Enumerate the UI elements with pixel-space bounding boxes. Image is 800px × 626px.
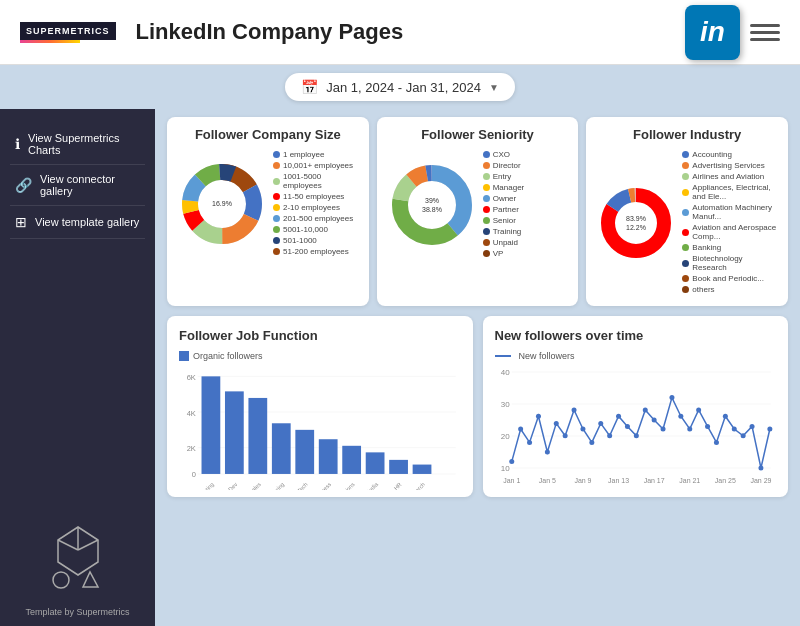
svg-rect-51 bbox=[413, 465, 432, 474]
bar-legend-label: Organic followers bbox=[193, 351, 263, 361]
svg-point-81 bbox=[607, 433, 612, 438]
svg-text:Jan 29: Jan 29 bbox=[750, 477, 771, 484]
svg-point-89 bbox=[678, 414, 683, 419]
content-area: Follower Company Size bbox=[155, 109, 800, 626]
svg-point-80 bbox=[598, 421, 603, 426]
svg-rect-44 bbox=[248, 398, 267, 474]
svg-text:20: 20 bbox=[500, 432, 509, 441]
sidebar: ℹ View Supermetrics Charts 🔗 View connec… bbox=[0, 109, 155, 626]
svg-point-70 bbox=[509, 459, 514, 464]
svg-point-73 bbox=[535, 414, 540, 419]
svg-text:Operations: Operations bbox=[332, 481, 356, 490]
seniority-legend: CXO Director Entry Manager Owner Partner… bbox=[483, 150, 525, 260]
date-range-selector[interactable]: 📅 Jan 1, 2024 - Jan 31, 2024 ▼ bbox=[285, 73, 515, 101]
svg-text:Media: Media bbox=[364, 481, 380, 490]
svg-text:6K: 6K bbox=[187, 373, 196, 382]
logo-area: SUPERMETRICS bbox=[20, 22, 116, 43]
menu-line-3 bbox=[750, 38, 780, 41]
bar-chart-svg: 6K 4K 2K 0 bbox=[179, 365, 461, 490]
menu-button[interactable] bbox=[750, 24, 780, 41]
company-size-donut: 16.9% bbox=[177, 159, 267, 249]
link-icon: 🔗 bbox=[15, 177, 32, 193]
svg-point-77 bbox=[571, 408, 576, 413]
svg-point-79 bbox=[589, 440, 594, 445]
follower-job-function-title: Follower Job Function bbox=[179, 328, 461, 343]
svg-rect-48 bbox=[342, 446, 361, 474]
svg-text:Jan 5: Jan 5 bbox=[538, 477, 555, 484]
bottom-charts-row: Follower Job Function Organic followers … bbox=[167, 316, 788, 497]
svg-point-76 bbox=[562, 433, 567, 438]
svg-text:4K: 4K bbox=[187, 409, 196, 418]
svg-point-82 bbox=[616, 414, 621, 419]
svg-text:Marketing: Marketing bbox=[193, 481, 215, 490]
svg-point-72 bbox=[527, 440, 532, 445]
svg-point-97 bbox=[749, 424, 754, 429]
new-followers-card: New followers over time New followers 40… bbox=[483, 316, 789, 497]
svg-point-88 bbox=[669, 395, 674, 400]
svg-text:16.9%: 16.9% bbox=[212, 200, 232, 207]
info-icon: ℹ bbox=[15, 136, 20, 152]
sidebar-item-template-label: View template gallery bbox=[35, 216, 139, 228]
line-chart-area: 40 30 20 10 bbox=[495, 365, 777, 485]
follower-industry-title: Follower Industry bbox=[596, 127, 778, 142]
menu-line-1 bbox=[750, 24, 780, 27]
grid-icon: ⊞ bbox=[15, 214, 27, 230]
svg-rect-43 bbox=[225, 391, 244, 474]
svg-point-78 bbox=[580, 427, 585, 432]
seniority-donut: 39% 38.8% bbox=[387, 160, 477, 250]
sidebar-item-charts[interactable]: ℹ View Supermetrics Charts bbox=[10, 124, 145, 165]
svg-text:83.9%: 83.9% bbox=[626, 215, 646, 222]
svg-text:38.8%: 38.8% bbox=[422, 206, 442, 213]
svg-point-87 bbox=[660, 427, 665, 432]
sidebar-spacer bbox=[10, 239, 145, 512]
svg-point-85 bbox=[642, 408, 647, 413]
svg-rect-50 bbox=[389, 460, 408, 474]
donut-charts-row: Follower Company Size bbox=[167, 117, 788, 306]
svg-rect-42 bbox=[202, 376, 221, 474]
bar-legend-dot bbox=[179, 351, 189, 361]
svg-rect-47 bbox=[319, 439, 338, 474]
svg-text:10: 10 bbox=[500, 464, 509, 473]
industry-donut: 83.9% 12.2% bbox=[596, 178, 676, 268]
svg-text:39%: 39% bbox=[425, 197, 439, 204]
header: SUPERMETRICS LinkedIn Company Pages in bbox=[0, 0, 800, 65]
follower-seniority-chart: 39% 38.8% CXO Director Entry Manager Own… bbox=[387, 150, 569, 260]
follower-company-size-card: Follower Company Size bbox=[167, 117, 369, 306]
follower-seniority-title: Follower Seniority bbox=[387, 127, 569, 142]
svg-text:Jan 9: Jan 9 bbox=[574, 477, 591, 484]
svg-line-2 bbox=[58, 540, 78, 550]
svg-point-92 bbox=[705, 424, 710, 429]
follower-company-size-title: Follower Company Size bbox=[177, 127, 359, 142]
svg-text:Engineering: Engineering bbox=[260, 481, 285, 490]
svg-text:30: 30 bbox=[500, 400, 509, 409]
sidebar-item-connector-label: View connector gallery bbox=[40, 173, 140, 197]
calendar-icon: 📅 bbox=[301, 79, 318, 95]
date-range-label: Jan 1, 2024 - Jan 31, 2024 bbox=[326, 80, 481, 95]
sidebar-footer-label: Template by Supermetrics bbox=[10, 607, 145, 617]
svg-line-3 bbox=[78, 540, 98, 550]
svg-point-95 bbox=[731, 427, 736, 432]
follower-industry-chart: 83.9% 12.2% Accounting Advertising Servi… bbox=[596, 150, 778, 296]
sidebar-item-template[interactable]: ⊞ View template gallery bbox=[10, 206, 145, 239]
svg-point-71 bbox=[518, 427, 523, 432]
logo-text: SUPERMETRICS bbox=[20, 22, 116, 40]
svg-marker-5 bbox=[83, 572, 98, 587]
follower-seniority-card: Follower Seniority 39% 38.8% CX bbox=[377, 117, 579, 306]
follower-job-function-card: Follower Job Function Organic followers … bbox=[167, 316, 473, 497]
svg-point-90 bbox=[687, 427, 692, 432]
bar-chart-area: 6K 4K 2K 0 bbox=[179, 365, 461, 485]
svg-point-74 bbox=[544, 450, 549, 455]
svg-text:HR: HR bbox=[393, 481, 403, 490]
svg-point-96 bbox=[740, 433, 745, 438]
logo-line bbox=[20, 40, 80, 43]
sidebar-shapes bbox=[10, 512, 145, 602]
page-title: LinkedIn Company Pages bbox=[136, 19, 685, 45]
svg-rect-45 bbox=[272, 423, 291, 474]
sidebar-item-connector[interactable]: 🔗 View connector gallery bbox=[10, 165, 145, 206]
follower-industry-card: Follower Industry 83.9% 12.2% Accounting… bbox=[586, 117, 788, 306]
svg-text:12.2%: 12.2% bbox=[626, 224, 646, 231]
follower-company-size-chart: 16.9% 1 employee 10,001+ employees 1001-… bbox=[177, 150, 359, 258]
svg-point-94 bbox=[722, 414, 727, 419]
date-bar: 📅 Jan 1, 2024 - Jan 31, 2024 ▼ bbox=[0, 65, 800, 109]
svg-point-4 bbox=[53, 572, 69, 588]
